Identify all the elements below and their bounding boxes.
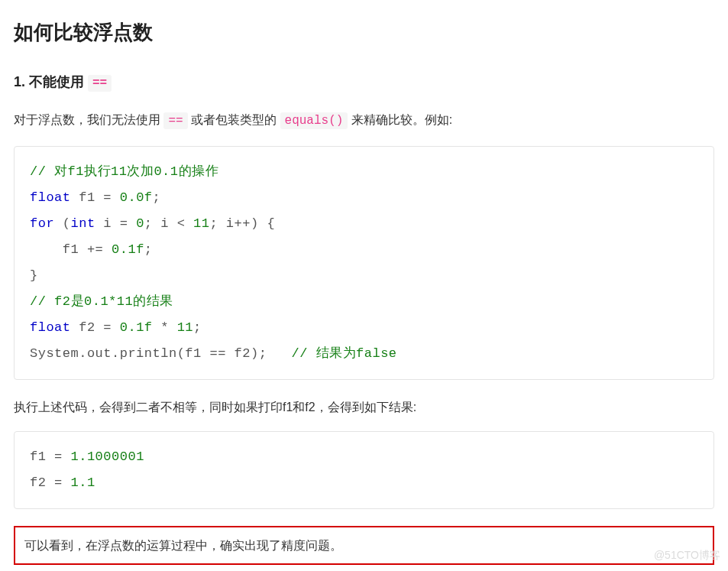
paragraph-3: 可以看到，在浮点数的运算过程中，确实出现了精度问题。 <box>24 539 342 552</box>
inline-code-eq: == <box>163 112 187 129</box>
inline-code-equals: equals() <box>280 112 348 129</box>
code-keyword-float: float <box>30 190 71 205</box>
heading-text: 1. 不能使用 <box>14 74 88 89</box>
para1-part2: 或者包装类型的 <box>188 113 280 126</box>
code-block-1: // 对f1执行11次加0.1的操作 float f1 = 0.0f; for … <box>14 146 714 380</box>
page-title: 如何比较浮点数 <box>14 15 714 49</box>
paragraph-2: 执行上述代码，会得到二者不相等，同时如果打印f1和f2，会得到如下结果: <box>14 397 714 417</box>
paragraph-1: 对于浮点数，我们无法使用 == 或者包装类型的 equals() 来精确比较。例… <box>14 109 714 131</box>
code-keyword-for: for <box>30 216 54 231</box>
code-comment: // 对f1执行11次加0.1的操作 <box>30 164 218 179</box>
highlighted-paragraph: 可以看到，在浮点数的运算过程中，确实出现了精度问题。 <box>14 526 714 565</box>
code-block-2: f1 = 1.1000001 f2 = 1.1 <box>14 431 714 509</box>
section-heading-1: 1. 不能使用 == <box>14 70 714 94</box>
code-comment: // f2是0.1*11的结果 <box>30 294 173 309</box>
para1-part3: 来精确比较。例如: <box>348 113 452 126</box>
para1-part1: 对于浮点数，我们无法使用 <box>14 113 163 126</box>
code-comment: // 结果为false <box>291 346 396 361</box>
heading-code-eq: == <box>88 75 112 92</box>
